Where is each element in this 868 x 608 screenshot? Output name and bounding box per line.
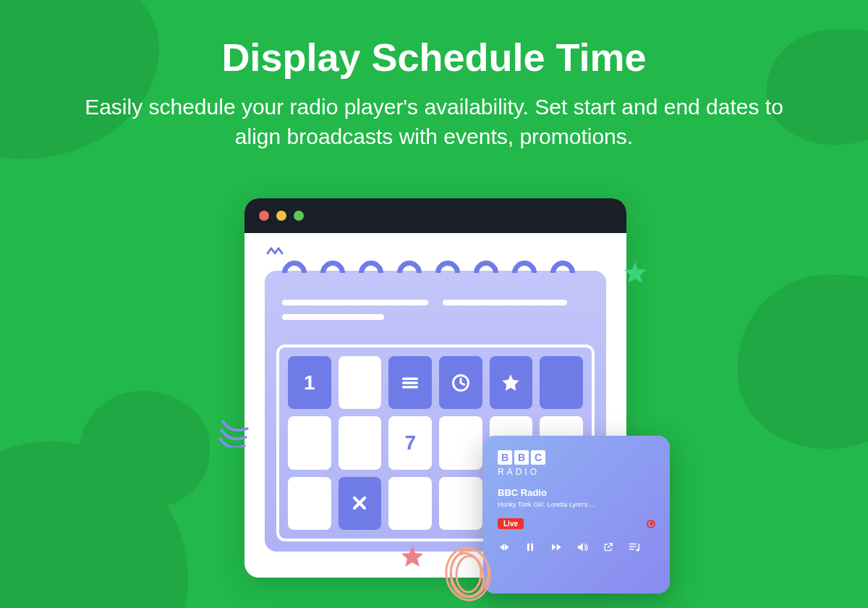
playlist-button[interactable] bbox=[628, 541, 641, 554]
track-title: Honky Tonk Girl. Loretta Lynn's ... bbox=[498, 501, 655, 508]
calendar-day-menu[interactable] bbox=[388, 356, 432, 409]
record-icon[interactable] bbox=[647, 520, 655, 528]
logo-letter: C bbox=[531, 450, 545, 465]
minimize-icon[interactable] bbox=[276, 211, 286, 221]
star-decoration bbox=[622, 261, 648, 287]
calendar-day[interactable] bbox=[439, 416, 482, 469]
bg-blob bbox=[80, 391, 210, 507]
calendar-day[interactable] bbox=[540, 356, 583, 409]
menu-icon bbox=[400, 373, 420, 393]
logo-letter: B bbox=[498, 450, 512, 465]
next-track-button[interactable] bbox=[550, 541, 563, 554]
calendar-day-cancel[interactable] bbox=[339, 477, 382, 530]
clock-icon bbox=[451, 373, 471, 393]
scribble-decoration bbox=[436, 541, 501, 607]
page-subtitle: Easily schedule your radio player's avai… bbox=[80, 93, 788, 151]
pause-icon bbox=[524, 541, 536, 553]
logo-subtext: RADIO bbox=[498, 467, 655, 477]
playlist-icon bbox=[628, 541, 641, 554]
calendar-day-7[interactable]: 7 bbox=[388, 416, 432, 469]
calendar-day[interactable] bbox=[439, 477, 482, 530]
bg-blob bbox=[738, 275, 868, 449]
calendar-day-star[interactable] bbox=[490, 356, 533, 409]
player-controls bbox=[498, 541, 655, 554]
external-link-icon bbox=[603, 541, 614, 553]
calendar-day-clock[interactable] bbox=[439, 356, 482, 409]
calendar-day[interactable] bbox=[339, 416, 382, 469]
calendar-day[interactable] bbox=[388, 477, 432, 530]
page-title: Display Schedule Time bbox=[0, 0, 868, 80]
calendar-day[interactable] bbox=[288, 477, 331, 530]
browser-window: 1 7 bbox=[244, 198, 626, 578]
pause-button[interactable] bbox=[524, 541, 537, 553]
close-icon[interactable] bbox=[259, 211, 269, 221]
skip-forward-icon bbox=[550, 541, 563, 554]
volume-icon bbox=[576, 541, 589, 554]
logo-letter: B bbox=[514, 450, 529, 465]
calendar-header-lines bbox=[282, 300, 589, 329]
live-badge: Live bbox=[498, 518, 524, 529]
star-decoration bbox=[399, 544, 425, 570]
volume-button[interactable] bbox=[576, 541, 589, 554]
calendar-day-1[interactable]: 1 bbox=[288, 356, 331, 409]
squiggle-icon bbox=[266, 245, 285, 256]
maximize-icon[interactable] bbox=[294, 211, 304, 221]
svg-point-5 bbox=[456, 555, 482, 593]
wave-decoration bbox=[218, 415, 250, 447]
star-icon bbox=[501, 373, 521, 393]
close-icon bbox=[349, 493, 370, 513]
station-name: BBC Radio bbox=[498, 487, 655, 498]
calendar-rings bbox=[282, 261, 575, 285]
radio-player-card: B B C RADIO BBC Radio Honky Tonk Girl. L… bbox=[483, 436, 670, 594]
calendar-day[interactable] bbox=[339, 356, 382, 409]
popout-button[interactable] bbox=[602, 541, 615, 553]
window-titlebar bbox=[244, 198, 626, 233]
calendar-day[interactable] bbox=[288, 416, 331, 469]
station-logo: B B C RADIO bbox=[498, 450, 655, 477]
